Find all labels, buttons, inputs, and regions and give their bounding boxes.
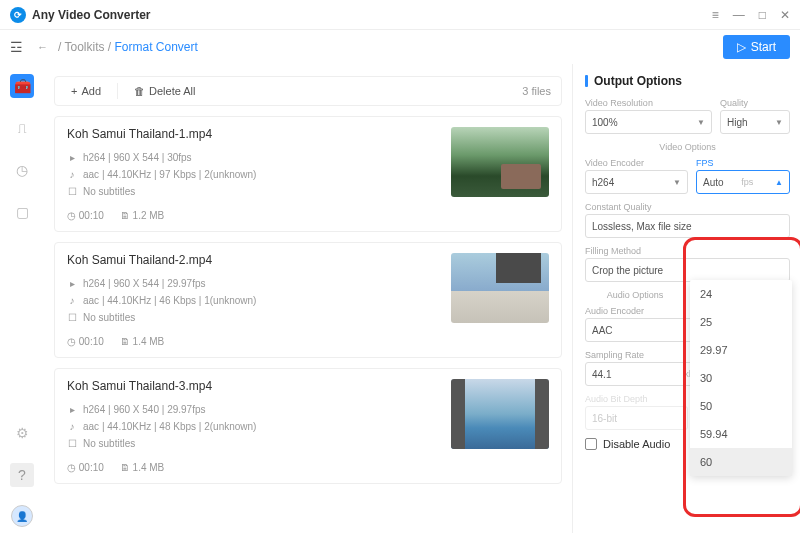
- sidebar-clock-icon[interactable]: ◷: [10, 158, 34, 182]
- chevron-down-icon: ▼: [697, 118, 705, 127]
- file-icon: 🗎 1.4 MB: [120, 462, 164, 473]
- constant-quality-label: Constant Quality: [585, 202, 790, 212]
- constant-quality-select[interactable]: Lossless, Max file size: [585, 214, 790, 238]
- output-panel: Output Options Video Resolution 100%▼ Qu…: [572, 64, 800, 533]
- audio-bit-depth-select: 16-bit: [585, 406, 688, 430]
- clock-icon: ◷ 00:10: [67, 462, 104, 473]
- file-icon: 🗎 1.2 MB: [120, 210, 164, 221]
- file-card[interactable]: Koh Samui Thailand-3.mp4 ▸h264 | 960 X 5…: [54, 368, 562, 484]
- audio-icon: ♪: [67, 166, 77, 183]
- file-card[interactable]: Koh Samui Thailand-1.mp4 ▸h264 | 960 X 5…: [54, 116, 562, 232]
- toolbar: ☲ ← / Toolkits / Format Convert ▷ Start: [0, 30, 800, 64]
- add-button[interactable]: +Add: [65, 83, 107, 99]
- fps-option[interactable]: 30: [690, 364, 792, 392]
- quality-label: Quality: [720, 98, 790, 108]
- sidebar-bookmark-icon[interactable]: ▢: [10, 200, 34, 224]
- fps-option[interactable]: 24: [690, 280, 792, 308]
- fps-label: FPS: [696, 158, 790, 168]
- video-resolution-label: Video Resolution: [585, 98, 712, 108]
- thumbnail: [451, 253, 549, 323]
- audio-options-label: Audio Options: [585, 290, 685, 300]
- video-options-label: Video Options: [585, 142, 790, 152]
- file-icon: 🗎 1.4 MB: [120, 336, 164, 347]
- fps-option[interactable]: 29.97: [690, 336, 792, 364]
- file-name: Koh Samui Thailand-2.mp4: [67, 253, 451, 267]
- main-header: +Add 🗑Delete All 3 files: [54, 76, 562, 106]
- titlebar: ⟳ Any Video Converter ≡ ― □ ✕: [0, 0, 800, 30]
- audio-icon: ♪: [67, 418, 77, 435]
- video-resolution-select[interactable]: 100%▼: [585, 110, 712, 134]
- fps-dropdown: 24 25 29.97 30 50 59.94 60: [690, 280, 792, 476]
- file-count: 3 files: [522, 85, 551, 97]
- audio-bit-depth-label: Audio Bit Depth: [585, 394, 688, 404]
- chevron-up-icon: ▲: [775, 178, 783, 187]
- window-minimize-icon[interactable]: ―: [733, 8, 745, 22]
- chevron-down-icon: ▼: [673, 178, 681, 187]
- filling-method-select[interactable]: Crop the picture: [585, 258, 790, 282]
- window-close-icon[interactable]: ✕: [780, 8, 790, 22]
- trash-icon: 🗑: [134, 85, 145, 97]
- clock-icon: ◷ 00:10: [67, 210, 104, 221]
- sidebar-settings-icon[interactable]: ⚙: [10, 421, 34, 445]
- video-icon: ▸: [67, 275, 77, 292]
- play-icon: ▷: [737, 40, 746, 54]
- avatar[interactable]: 👤: [11, 505, 33, 527]
- app-logo-icon: ⟳: [10, 7, 26, 23]
- fps-select[interactable]: Autofps▲: [696, 170, 790, 194]
- video-icon: ▸: [67, 149, 77, 166]
- quality-select[interactable]: High▼: [720, 110, 790, 134]
- clock-icon: ◷ 00:10: [67, 336, 104, 347]
- start-button[interactable]: ▷ Start: [723, 35, 790, 59]
- fps-option[interactable]: 60: [690, 448, 792, 476]
- output-title: Output Options: [585, 74, 790, 88]
- fps-option[interactable]: 59.94: [690, 420, 792, 448]
- audio-icon: ♪: [67, 292, 77, 309]
- menu-icon[interactable]: ☲: [10, 39, 23, 55]
- file-card[interactable]: Koh Samui Thailand-2.mp4 ▸h264 | 960 X 5…: [54, 242, 562, 358]
- app-name: Any Video Converter: [32, 8, 150, 22]
- file-name: Koh Samui Thailand-1.mp4: [67, 127, 451, 141]
- window-menu-icon[interactable]: ≡: [712, 8, 719, 22]
- plus-icon: +: [71, 85, 77, 97]
- subtitle-icon: ☐: [67, 435, 77, 452]
- filling-method-label: Filling Method: [585, 246, 790, 256]
- subtitle-icon: ☐: [67, 183, 77, 200]
- sidebar-help-icon[interactable]: ?: [10, 463, 34, 487]
- file-name: Koh Samui Thailand-3.mp4: [67, 379, 451, 393]
- crumb-toolkits[interactable]: Toolkits: [64, 40, 104, 54]
- video-encoder-label: Video Encoder: [585, 158, 688, 168]
- thumbnail: [451, 379, 549, 449]
- window-maximize-icon[interactable]: □: [759, 8, 766, 22]
- back-button[interactable]: ←: [37, 41, 48, 53]
- video-icon: ▸: [67, 401, 77, 418]
- main-panel: +Add 🗑Delete All 3 files Koh Samui Thail…: [44, 64, 572, 533]
- siderail: 🧰 ⎍ ◷ ▢ ⚙ ? 👤: [0, 64, 44, 533]
- delete-all-button[interactable]: 🗑Delete All: [128, 83, 201, 99]
- sidebar-toolbox-icon[interactable]: 🧰: [10, 74, 34, 98]
- fps-option[interactable]: 25: [690, 308, 792, 336]
- chevron-down-icon: ▼: [775, 118, 783, 127]
- fps-option[interactable]: 50: [690, 392, 792, 420]
- thumbnail: [451, 127, 549, 197]
- video-encoder-select[interactable]: h264▼: [585, 170, 688, 194]
- crumb-current[interactable]: Format Convert: [114, 40, 197, 54]
- sidebar-stats-icon[interactable]: ⎍: [10, 116, 34, 140]
- breadcrumb: / Toolkits / Format Convert: [58, 40, 198, 54]
- subtitle-icon: ☐: [67, 309, 77, 326]
- checkbox-icon: [585, 438, 597, 450]
